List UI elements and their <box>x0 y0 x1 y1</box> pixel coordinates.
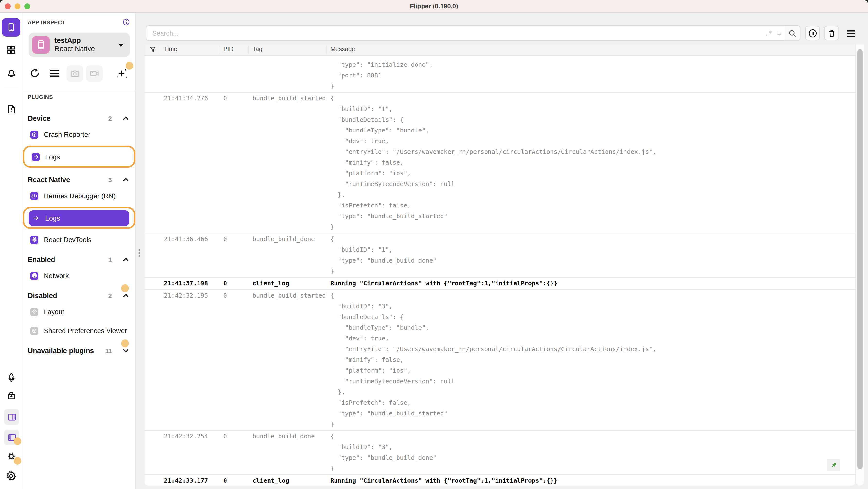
sidebar-item-layout[interactable]: Layout <box>27 304 131 319</box>
log-row[interactable]: 21:41:34.2760bundle_build_started{ "buil… <box>145 92 855 233</box>
highlight-ring: Logs <box>23 207 135 229</box>
sidebar-resize-handle[interactable] <box>136 13 145 489</box>
chevron-down-icon[interactable] <box>123 349 129 353</box>
arrow-right-icon <box>32 214 40 222</box>
rail-divider <box>4 86 19 86</box>
sidebar-item-logs[interactable]: Logs <box>29 149 129 165</box>
highlight-ring: Logs <box>23 146 135 168</box>
log-tag: client_log <box>252 476 289 486</box>
plugin-section-header-enabled[interactable]: Enabled1 <box>22 254 136 265</box>
chevron-up-icon[interactable] <box>123 178 129 182</box>
sidebar-item-logs[interactable]: Logs <box>29 210 129 226</box>
log-row[interactable]: 21:42:33.1770client_logRunning "Circular… <box>145 475 855 486</box>
log-row[interactable]: "type": "initialize_done", "port": 8081 … <box>145 56 855 92</box>
flipper-window: Flipper (0.190.0) <box>0 0 868 489</box>
globe-icon <box>30 271 38 280</box>
column-header-tag[interactable]: Tag <box>252 46 262 53</box>
chevron-down-icon <box>118 42 124 47</box>
log-pid: 0 <box>223 93 227 104</box>
gear-notification-dot <box>13 457 22 465</box>
refresh-icon[interactable] <box>29 68 40 79</box>
column-header-pid[interactable]: PID <box>223 46 234 53</box>
log-time: 21:42:32.254 <box>164 431 208 442</box>
sidebar-item-label: Hermes Debugger (RN) <box>44 192 116 200</box>
zoom-window-button[interactable] <box>24 3 30 9</box>
arrow-right-icon <box>32 153 40 161</box>
pin-to-bottom-button[interactable] <box>827 459 840 471</box>
camera-icon[interactable] <box>67 65 83 82</box>
scrollbar-track[interactable] <box>855 44 864 486</box>
log-message: { "buildID": "1", "type": "bundle_build_… <box>330 234 855 277</box>
video-icon[interactable] <box>86 65 103 82</box>
sidebar-item-label: Crash Reporter <box>44 131 90 138</box>
section-label: React Native <box>28 176 108 183</box>
chevron-up-icon[interactable] <box>123 116 129 120</box>
plugins-label: PLUGINS <box>28 94 53 100</box>
search-button[interactable] <box>785 25 800 41</box>
cube-icon <box>30 326 38 335</box>
sidebar-item-label: Logs <box>45 214 60 222</box>
log-message: "type": "initialize_done", "port": 8081 … <box>330 59 855 92</box>
search-input[interactable]: Search... .* ⇆ <box>146 25 785 41</box>
sidebar-item-crash-reporter[interactable]: Crash Reporter <box>27 126 131 142</box>
sparkle-notification-dot <box>126 62 133 70</box>
plugin-section-header-disabled[interactable]: Disabled2 <box>22 290 136 301</box>
plugin-section-header-react-native[interactable]: React Native3 <box>22 174 136 185</box>
bell-icon[interactable] <box>0 68 22 78</box>
filter-icon[interactable] <box>149 46 156 53</box>
column-header-message[interactable]: Message <box>330 46 355 53</box>
sidebar: APP INSPECT testApp React Native <box>22 13 136 489</box>
log-pid: 0 <box>223 476 227 486</box>
plugin-sections: Device2Crash ReporterLogsReact Native3He… <box>22 106 136 356</box>
sidebar-item-network[interactable]: Network <box>27 268 131 284</box>
log-row[interactable]: 21:41:37.1980client_logRunning "Circular… <box>145 278 855 290</box>
atom-icon <box>30 235 38 244</box>
sidebar-item-shared-preferences-viewer[interactable]: Shared Preferences Viewer <box>27 323 131 339</box>
rocket-icon[interactable] <box>0 372 22 382</box>
table-options-menu-icon[interactable] <box>845 28 857 39</box>
sidebar-item-react-devtools[interactable]: React DevTools <box>27 232 131 248</box>
app-phone-icon[interactable] <box>2 18 21 36</box>
app-selector[interactable]: testApp React Native <box>29 33 130 57</box>
close-window-button[interactable] <box>5 3 11 9</box>
gear-icon[interactable] <box>0 470 22 481</box>
sparkle-icon[interactable] <box>116 68 128 80</box>
medkit-icon[interactable] <box>0 391 22 401</box>
swap-arrows-icon[interactable]: ⇆ <box>777 29 781 37</box>
log-table: Time PID Tag Message "type": "initialize… <box>145 44 855 486</box>
log-tag: bundle_build_started <box>252 93 326 104</box>
panel-right-icon[interactable] <box>4 409 20 425</box>
logs-main-panel: Search... .* ⇆ <box>145 13 868 489</box>
log-row[interactable]: 21:42:32.2540bundle_build_done{ "buildID… <box>145 431 855 475</box>
doc-alert-icon[interactable] <box>0 104 22 114</box>
log-pid: 0 <box>223 234 227 244</box>
info-icon[interactable] <box>123 19 130 26</box>
window-title: Flipper (0.190.0) <box>410 2 458 10</box>
chevron-up-icon[interactable] <box>123 258 129 262</box>
sidebar-item-hermes-debugger-rn[interactable]: Hermes Debugger (RN) <box>27 188 131 204</box>
log-tag: bundle_build_started <box>252 290 326 301</box>
log-row[interactable]: 21:41:36.4660bundle_build_done{ "buildID… <box>145 233 855 278</box>
app-inspect-label: APP INSPECT <box>28 19 65 25</box>
regex-toggle-icon[interactable]: .* <box>765 29 772 37</box>
column-header-time[interactable]: Time <box>164 46 177 53</box>
log-tag: client_log <box>252 278 289 289</box>
log-row[interactable]: 21:42:32.1950bundle_build_started{ "buil… <box>145 290 855 431</box>
plugin-section-header-device[interactable]: Device2 <box>22 113 136 124</box>
plugin-section-header-unavailable-plugins[interactable]: Unavailable plugins11 <box>22 345 136 356</box>
grid-icon[interactable] <box>0 45 22 55</box>
pause-button[interactable] <box>805 26 820 40</box>
delete-logs-button[interactable] <box>824 26 839 40</box>
sidebar-divider <box>22 90 136 90</box>
log-time: 21:42:32.195 <box>164 290 208 301</box>
section-label: Unavailable plugins <box>28 347 105 354</box>
log-time: 21:42:33.177 <box>164 476 208 486</box>
log-table-body: "type": "initialize_done", "port": 8081 … <box>145 56 855 486</box>
chevron-up-icon[interactable] <box>123 294 129 297</box>
menu-icon[interactable] <box>50 69 60 78</box>
minimize-window-button[interactable] <box>14 3 21 9</box>
section-notification-dot <box>121 284 129 292</box>
sidebar-item-label: React DevTools <box>44 236 91 243</box>
section-label: Disabled <box>28 292 108 299</box>
scrollbar-thumb[interactable] <box>857 49 863 469</box>
